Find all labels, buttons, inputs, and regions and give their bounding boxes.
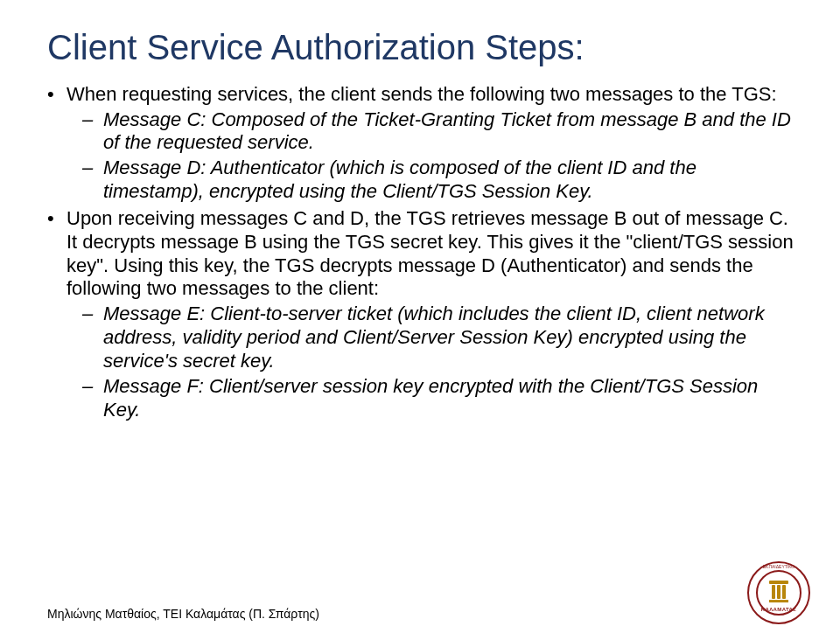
sub-item: Message C: Composed of the Ticket-Granti… xyxy=(82,108,798,156)
seal-label: ΚΑΛΑΜΑΤΑΣ xyxy=(761,607,797,612)
footer-text: Μηλιώνης Ματθαίος, ΤΕΙ Καλαμάτας (Π. Σπά… xyxy=(47,607,319,621)
sub-list: Message C: Composed of the Ticket-Granti… xyxy=(66,108,798,204)
sub-item: Message E: Client-to-server ticket (whic… xyxy=(82,303,798,372)
slide-title: Client Service Authorization Steps: xyxy=(47,28,798,67)
sub-item: Message F: Client/server session key enc… xyxy=(82,375,798,422)
institution-seal-icon: ΕΚΠΑΙΔΕΥΤΙΚΟ ΚΑΛΑΜΑΤΑΣ xyxy=(747,561,810,624)
sub-item: Message D: Authenticator (which is compo… xyxy=(82,157,798,204)
bullet-item: Upon receiving messages C and D, the TGS… xyxy=(47,207,798,421)
sub-list: Message E: Client-to-server ticket (whic… xyxy=(66,303,798,421)
slide: Client Service Authorization Steps: When… xyxy=(0,0,840,640)
seal-top-text: ΕΚΠΑΙΔΕΥΤΙΚΟ xyxy=(763,564,795,569)
bullet-item: When requesting services, the client sen… xyxy=(47,83,798,204)
bullet-list: When requesting services, the client sen… xyxy=(47,83,798,422)
bullet-text: Upon receiving messages C and D, the TGS… xyxy=(66,207,794,299)
bullet-text: When requesting services, the client sen… xyxy=(66,83,777,105)
